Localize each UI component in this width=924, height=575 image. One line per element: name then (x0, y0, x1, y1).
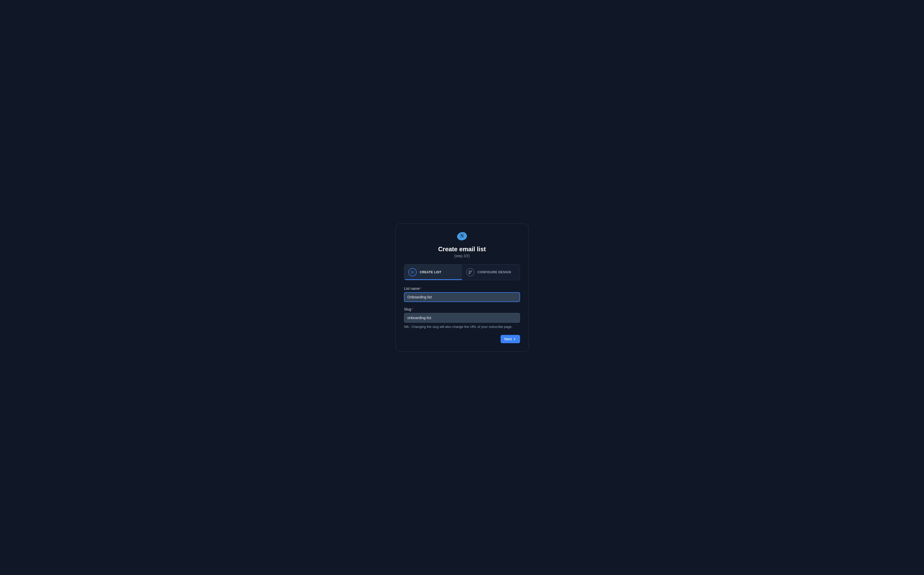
svg-point-4 (411, 273, 412, 273)
required-indicator: * (412, 307, 413, 311)
slug-group: Slug* NB.: Changing the slug will also c… (404, 307, 520, 329)
button-row: Next (404, 335, 520, 343)
app-logo: N (457, 232, 467, 240)
page-title: Create email list (404, 246, 520, 253)
tab-create-list[interactable]: CREATE LIST (404, 264, 462, 280)
list-name-input[interactable] (404, 292, 520, 302)
list-name-group: List name* (404, 286, 520, 302)
next-button-label: Next (504, 337, 512, 341)
wizard-tabs: CREATE LIST CONFIGURE DESIGN (404, 264, 520, 280)
slug-helper-text: NB.: Changing the slug will also change … (404, 325, 520, 329)
tab-label-configure-design: CONFIGURE DESIGN (477, 270, 511, 274)
color-swatch-icon (468, 270, 472, 274)
tab-configure-design[interactable]: CONFIGURE DESIGN (462, 264, 520, 280)
create-email-list-card: N Create email list (step 2/2) CREATE LI… (395, 224, 529, 352)
slug-label: Slug* (404, 307, 520, 311)
tab-icon-circle (409, 268, 417, 276)
slug-input[interactable] (404, 313, 520, 323)
svg-point-0 (411, 271, 412, 271)
list-name-label: List name* (404, 286, 520, 291)
logo-letter: N (460, 233, 464, 239)
next-button[interactable]: Next (501, 335, 520, 343)
required-indicator: * (420, 286, 421, 291)
list-icon (411, 270, 414, 274)
logo-container: N (404, 232, 520, 240)
tab-label-create-list: CREATE LIST (420, 270, 441, 274)
tab-icon-circle (466, 268, 474, 276)
chevron-right-icon (513, 337, 517, 341)
svg-point-2 (411, 272, 412, 272)
step-indicator: (step 2/2) (404, 254, 520, 258)
